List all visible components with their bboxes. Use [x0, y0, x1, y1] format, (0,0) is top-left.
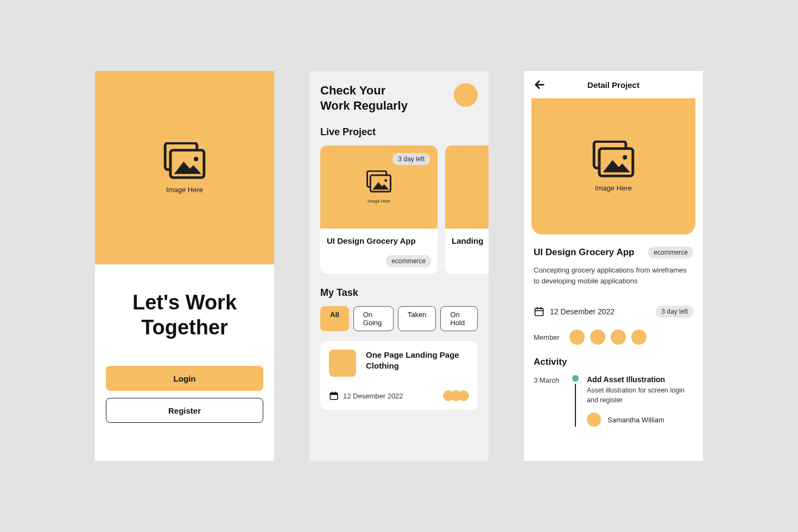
svg-rect-8	[332, 392, 333, 394]
dashboard-heading: Check Your Work Regularly	[320, 83, 408, 113]
timeline-dot-icon	[572, 375, 579, 382]
svg-point-12	[623, 155, 627, 160]
back-arrow-icon[interactable]	[534, 79, 546, 91]
task-card[interactable]: One Page Landing Page Clothing 12 Desemb…	[320, 341, 478, 410]
task-members	[443, 390, 469, 401]
image-placeholder-label: Image Here	[166, 186, 203, 194]
member-avatars	[569, 330, 647, 345]
project-card-hero: 3 day left Image Here	[320, 145, 438, 229]
onboarding-title: Let's Work Together	[95, 290, 274, 340]
calendar-icon	[534, 306, 544, 317]
member-avatar[interactable]	[590, 330, 605, 345]
activity-content: Add Asset Illustration Asset illustratio…	[587, 375, 693, 427]
profile-avatar[interactable]	[454, 83, 478, 107]
project-card-body: UI Design Grocery App ecommerce	[320, 229, 438, 274]
detail-tag: ecommerce	[648, 246, 693, 258]
project-title: Landing	[452, 236, 489, 245]
activity-item: 3 March Add Asset Illustration Asset ill…	[534, 375, 693, 427]
screen-detail: Detail Project Image Here UI Design Groc…	[524, 71, 703, 461]
detail-date-row: 12 Desember 2022 3 day left	[534, 306, 693, 318]
image-placeholder-label: Image Here	[595, 184, 632, 192]
user-avatar	[587, 413, 601, 427]
svg-rect-15	[537, 307, 538, 309]
member-avatar[interactable]	[611, 330, 626, 345]
svg-rect-9	[335, 392, 336, 394]
heading-line-2: Work Regularly	[320, 98, 408, 113]
task-card-top: One Page Landing Page Clothing	[329, 350, 469, 377]
image-placeholder: Image Here	[365, 170, 392, 204]
image-icon	[162, 142, 207, 180]
tab-onhold[interactable]: On Hold	[440, 306, 478, 331]
project-title: UI Design Grocery App	[327, 236, 431, 245]
detail-title: UI Design Grocery App	[534, 247, 634, 258]
detail-date-text: 12 Desember 2022	[550, 307, 615, 316]
image-icon	[365, 170, 392, 193]
activity-user: Samantha William	[587, 413, 693, 427]
my-task-heading: My Task	[309, 287, 489, 299]
task-title: One Page Landing Page Clothing	[366, 350, 469, 377]
member-avatar[interactable]	[631, 330, 647, 345]
live-project-heading: Live Project	[309, 126, 489, 138]
activity-timeline	[572, 375, 579, 427]
tab-ongoing[interactable]: On Going	[353, 306, 394, 331]
member-avatar[interactable]	[569, 330, 585, 345]
time-left-badge: 3 day left	[392, 153, 430, 165]
activity-description: Asset illustration for screen login and …	[587, 386, 693, 405]
image-icon	[591, 141, 636, 179]
svg-point-5	[384, 179, 387, 182]
detail-description: Concepting grocery applications from wir…	[534, 265, 693, 287]
member-label: Member	[534, 333, 560, 341]
onboarding-buttons: Login Register	[95, 366, 274, 423]
tab-all[interactable]: All	[320, 306, 349, 331]
detail-time-left: 3 day left	[656, 306, 693, 318]
task-filter-tabs: All On Going Taken On Hold	[309, 306, 489, 331]
task-date-text: 12 Desember 2022	[343, 392, 403, 400]
svg-rect-13	[535, 308, 543, 315]
activity-title: Add Asset Illustration	[587, 375, 693, 384]
task-card-bottom: 12 Desember 2022	[329, 390, 469, 401]
project-card[interactable]: 3 day left Image Here UI Design Grocery …	[320, 145, 438, 274]
screen-onboarding: Image Here Let's Work Together Login Reg…	[95, 71, 274, 461]
activity-heading: Activity	[534, 357, 693, 368]
detail-title-row: UI Design Grocery App ecommerce	[534, 246, 693, 258]
member-avatar	[458, 390, 469, 401]
dashboard-header: Check Your Work Regularly	[309, 83, 489, 113]
detail-topbar: Detail Project	[524, 71, 703, 98]
task-date: 12 Desember 2022	[329, 391, 403, 401]
svg-point-2	[194, 156, 198, 161]
topbar-title: Detail Project	[587, 80, 639, 90]
project-tag: ecommerce	[386, 255, 431, 267]
tab-taken[interactable]: Taken	[398, 306, 436, 331]
activity-date: 3 March	[534, 375, 564, 427]
hero-image-area: Image Here	[95, 71, 274, 264]
login-button[interactable]: Login	[106, 366, 263, 391]
project-card-hero	[445, 145, 489, 229]
svg-rect-7	[330, 393, 338, 395]
svg-rect-16	[541, 307, 542, 309]
user-name: Samantha William	[607, 416, 664, 424]
project-card[interactable]: Landing	[445, 145, 489, 274]
image-placeholder: Image Here	[591, 141, 636, 192]
heading-line-1: Check Your	[320, 83, 408, 98]
member-row: Member	[534, 330, 693, 345]
timeline-line	[575, 384, 576, 427]
project-carousel[interactable]: 3 day left Image Here UI Design Grocery …	[309, 145, 489, 274]
register-button[interactable]: Register	[106, 398, 263, 423]
screen-dashboard: Check Your Work Regularly Live Project 3…	[309, 71, 489, 461]
calendar-icon	[329, 391, 339, 401]
image-placeholder: Image Here	[162, 142, 207, 194]
project-card-body: Landing	[445, 229, 489, 252]
task-thumbnail	[329, 350, 356, 377]
detail-date: 12 Desember 2022	[534, 306, 615, 317]
detail-body: UI Design Grocery App ecommerce Concepti…	[524, 235, 703, 427]
image-placeholder-label: Image Here	[368, 199, 390, 204]
detail-hero: Image Here	[531, 98, 695, 235]
